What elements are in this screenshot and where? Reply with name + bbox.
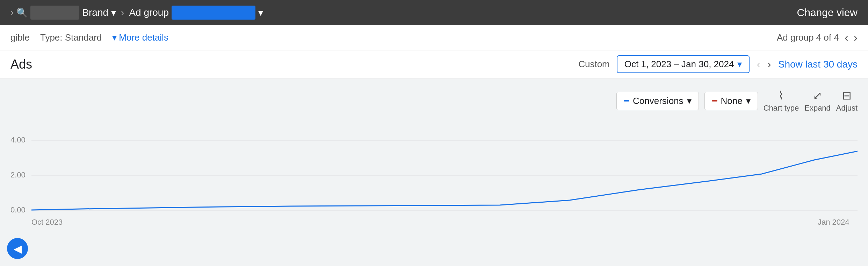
y-label-2: 2.00: [10, 170, 26, 179]
adgroup-nav-item: Ad group ▾: [129, 6, 263, 20]
expand-icon: ⤢: [813, 89, 822, 102]
adjust-button[interactable]: ⊟ Adjust: [836, 89, 858, 113]
breadcrumb-separator: ›: [121, 7, 124, 18]
adjust-icon: ⊟: [842, 89, 852, 102]
top-nav: › 🔍 Brand ▾ › Ad group ▾ Change view: [0, 0, 868, 25]
date-prev-button[interactable]: ‹: [757, 58, 760, 71]
chart-type-icon: ⌇: [778, 89, 784, 102]
adgroup-search-input[interactable]: [172, 6, 255, 20]
conversions-chevron-icon: ▾: [687, 96, 692, 106]
adgroup-counter: Ad group 4 of 4 ‹ ›: [777, 31, 858, 44]
adgroup-prev-button[interactable]: ‹: [845, 31, 848, 44]
x-label-oct: Oct 2023: [31, 218, 63, 226]
date-controls: Custom Oct 1, 2023 – Jan 30, 2024 ▾ ‹ › …: [578, 55, 858, 73]
change-view-button[interactable]: Change view: [797, 7, 858, 19]
campaign-nav-item: › 🔍 Brand ▾: [10, 6, 116, 20]
show-last-30-button[interactable]: Show last 30 days: [778, 59, 858, 70]
search-icon: 🔍: [16, 7, 28, 18]
chevron-down-icon-3: ▾: [112, 32, 117, 43]
chart-type-label: Chart type: [764, 104, 799, 113]
chevron-down-icon-2: ▾: [258, 7, 263, 19]
more-details-label: More details: [119, 32, 168, 43]
date-next-button[interactable]: ›: [767, 58, 771, 71]
campaign-search-input[interactable]: [30, 6, 79, 20]
campaign-dropdown-btn[interactable]: ▾: [111, 7, 116, 19]
date-range-button[interactable]: Oct 1, 2023 – Jan 30, 2024 ▾: [617, 55, 750, 73]
none-dot: [712, 100, 717, 102]
eligible-label: gible: [10, 32, 30, 43]
y-label-4: 4.00: [10, 135, 26, 144]
bottom-nav-icon: ◀: [14, 243, 22, 244]
conversions-line: [31, 151, 858, 210]
conversions-metric-button[interactable]: Conversions ▾: [616, 92, 699, 110]
chart-wrapper: 4.00 2.00 0.00 Oct 2023 Jan 2024: [0, 120, 868, 244]
adgroup-counter-text: Ad group 4 of 4: [777, 32, 839, 43]
breadcrumb: › 🔍 Brand ▾ › Ad group ▾: [10, 6, 263, 20]
subtitle-bar: gible Type: Standard ▾ More details Ad g…: [0, 25, 868, 50]
chevron-down-icon: ▾: [111, 7, 116, 19]
expand-button[interactable]: ⤢ Expand: [804, 89, 831, 113]
y-label-0: 0.00: [10, 205, 26, 214]
nav-arrow-left: ›: [10, 7, 14, 18]
none-metric-button[interactable]: None ▾: [704, 92, 758, 110]
adjust-label: Adjust: [836, 104, 858, 113]
ads-header: Ads Custom Oct 1, 2023 – Jan 30, 2024 ▾ …: [0, 50, 868, 78]
brand-label: Brand: [82, 7, 108, 18]
none-label: None: [721, 96, 743, 106]
date-range-text: Oct 1, 2023 – Jan 30, 2024: [624, 59, 734, 70]
conversions-dot: [624, 100, 629, 102]
more-details-button[interactable]: ▾ More details: [112, 32, 168, 43]
ads-title: Ads: [10, 57, 32, 72]
x-label-jan: Jan 2024: [818, 218, 849, 226]
chart-controls: Conversions ▾ None ▾ ⌇ Chart type ⤢ Expa…: [0, 85, 868, 120]
adgroup-next-button[interactable]: ›: [854, 31, 858, 44]
adgroup-nav-label: Ad group: [129, 7, 169, 18]
conversions-label: Conversions: [633, 96, 683, 106]
chart-type-button[interactable]: ⌇ Chart type: [764, 89, 799, 113]
none-chevron-icon: ▾: [746, 96, 751, 106]
date-chevron-icon: ▾: [737, 59, 742, 70]
expand-label: Expand: [804, 104, 831, 113]
custom-label: Custom: [578, 59, 610, 70]
adgroup-dropdown-btn[interactable]: ▾: [258, 7, 263, 19]
chart-container: Conversions ▾ None ▾ ⌇ Chart type ⤢ Expa…: [0, 78, 868, 244]
line-chart: 4.00 2.00 0.00 Oct 2023 Jan 2024: [10, 120, 858, 232]
type-label: Type: Standard: [40, 32, 102, 43]
